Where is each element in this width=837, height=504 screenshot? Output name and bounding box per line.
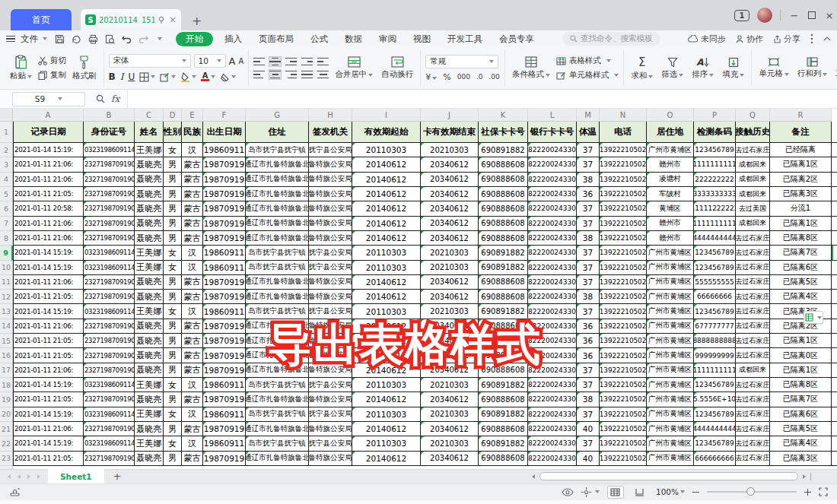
cell[interactable]: 19860911 bbox=[203, 436, 246, 451]
cell[interactable]: 6822200243300 bbox=[528, 231, 577, 246]
cell[interactable]: 13922210502 bbox=[600, 217, 647, 231]
cell[interactable]: 通辽市扎鲁特旗鲁北 bbox=[246, 275, 309, 290]
workspace-badge[interactable]: 1 bbox=[734, 10, 749, 21]
cell[interactable]: 广州市黄埔区 bbox=[647, 275, 694, 290]
cell[interactable]: 690891882 bbox=[479, 143, 528, 157]
merge-center-button[interactable]: 合并居中 bbox=[333, 56, 375, 80]
cell[interactable] bbox=[832, 363, 837, 378]
cell[interactable]: 备注 bbox=[770, 122, 832, 143]
cell[interactable]: 20110303 bbox=[352, 143, 421, 157]
cell[interactable]: 鲁特旗公安局 bbox=[309, 157, 352, 172]
cell[interactable]: 男 bbox=[164, 173, 182, 187]
row-header[interactable]: 1 bbox=[0, 122, 13, 143]
cell[interactable]: 1111111111 bbox=[694, 363, 736, 378]
cell[interactable] bbox=[832, 157, 837, 172]
cell[interactable]: 住址 bbox=[246, 122, 309, 143]
cell[interactable]: 6822200243305 bbox=[528, 407, 577, 422]
cell[interactable]: 汉 bbox=[182, 143, 203, 157]
cell[interactable] bbox=[832, 348, 837, 363]
row-header[interactable]: 7 bbox=[0, 217, 13, 231]
name-box[interactable]: S9 bbox=[12, 92, 85, 106]
cell[interactable]: 通辽市扎鲁特旗鲁北 bbox=[246, 187, 309, 201]
row-header[interactable]: 11 bbox=[0, 275, 13, 290]
cell[interactable] bbox=[832, 173, 837, 187]
cell[interactable]: 666666666 bbox=[694, 452, 736, 466]
cell[interactable]: 6822200243300 bbox=[528, 363, 577, 378]
cell[interactable]: 男 bbox=[164, 231, 182, 246]
cell[interactable]: 通辽市扎鲁特旗鲁北 bbox=[246, 363, 309, 378]
cell[interactable]: 20140612 bbox=[352, 231, 421, 246]
cell[interactable]: 通辽市扎鲁特旗鲁北 bbox=[246, 392, 309, 407]
cell[interactable]: 岛市抚宁县抚宁镇 bbox=[246, 261, 309, 275]
cell[interactable]: 蒙古 bbox=[182, 363, 203, 378]
cell[interactable]: 19870919 bbox=[203, 231, 246, 246]
cell[interactable]: 记录日期 bbox=[13, 122, 84, 143]
cell[interactable]: 20340612 bbox=[421, 157, 479, 172]
cell[interactable]: 2021-01-14 15:19: bbox=[13, 246, 84, 260]
cell[interactable]: 王美娜 bbox=[135, 436, 164, 451]
cell[interactable]: 20140612 bbox=[352, 173, 421, 187]
cell[interactable]: 成都回来 bbox=[736, 187, 770, 201]
cell[interactable] bbox=[832, 187, 837, 201]
export-pdf-icon[interactable] bbox=[72, 34, 81, 44]
cell[interactable]: 6822200243305 bbox=[528, 246, 577, 260]
row-header[interactable]: 21 bbox=[0, 422, 13, 436]
cell[interactable] bbox=[832, 422, 837, 436]
cell[interactable]: 通辽市扎鲁特旗鲁北 bbox=[246, 201, 309, 216]
cell[interactable]: 聂晓亮 bbox=[135, 452, 164, 466]
cell[interactable]: 广州市黄埔区 bbox=[647, 436, 694, 451]
cell[interactable]: 通辽市扎鲁特旗鲁北 bbox=[246, 217, 309, 231]
cell[interactable]: 聂晓亮 bbox=[135, 392, 164, 407]
cell[interactable]: 通辽市扎鲁特旗鲁北 bbox=[246, 334, 309, 348]
cell[interactable]: 19870919 bbox=[203, 319, 246, 334]
cell[interactable]: 20110303 bbox=[352, 407, 421, 422]
cell[interactable]: 男 bbox=[164, 217, 182, 231]
cell[interactable]: 37 bbox=[577, 436, 600, 451]
cell[interactable]: 36 bbox=[577, 334, 600, 348]
cell[interactable]: 690888608 bbox=[479, 217, 528, 231]
cell[interactable]: 岛市抚宁县抚宁镇 bbox=[246, 143, 309, 157]
cell[interactable]: 已隔离2区 bbox=[770, 173, 832, 187]
cell[interactable]: 40 bbox=[577, 452, 600, 466]
cell[interactable]: 13922210502 bbox=[600, 290, 647, 304]
cell[interactable]: 聂晓亮 bbox=[135, 319, 164, 334]
cell[interactable]: 690888608 bbox=[479, 187, 528, 201]
zoom-slider[interactable] bbox=[707, 491, 797, 493]
cell[interactable]: 已隔离6区 bbox=[770, 261, 832, 275]
cell[interactable]: 23271987091900 bbox=[84, 231, 135, 246]
cell[interactable]: 6822200243305 bbox=[528, 378, 577, 392]
align-top-icon[interactable] bbox=[253, 57, 265, 66]
cell[interactable]: 广州市黄埔区 bbox=[647, 290, 694, 304]
close-window-button[interactable]: × bbox=[823, 10, 835, 21]
cell[interactable]: 690888608 bbox=[479, 348, 528, 363]
cell[interactable]: 已隔离7区 bbox=[770, 392, 832, 407]
column-header-L[interactable]: L bbox=[528, 109, 577, 122]
cell[interactable]: 20110303 bbox=[352, 261, 421, 275]
column-header-F[interactable]: F bbox=[203, 109, 246, 122]
more-menu-icon[interactable] bbox=[810, 33, 813, 44]
cell[interactable]: 690891882 bbox=[479, 436, 528, 451]
cell[interactable]: 20140612 bbox=[352, 187, 421, 201]
command-search[interactable]: 查找命令、搜索模板 bbox=[562, 32, 660, 46]
cell[interactable]: 4444444444 bbox=[694, 231, 736, 246]
cell[interactable]: 20140612 bbox=[352, 392, 421, 407]
cell[interactable]: 去过石家庄 bbox=[736, 334, 770, 348]
cell[interactable]: 2021-01-14 15:19: bbox=[13, 378, 84, 392]
cell[interactable] bbox=[832, 392, 837, 407]
cell[interactable]: 汉 bbox=[182, 246, 203, 260]
column-header-O[interactable]: O bbox=[647, 109, 694, 122]
cell[interactable]: 2021-01-11 21:05: bbox=[13, 334, 84, 348]
cell[interactable]: 37 bbox=[577, 378, 600, 392]
cell[interactable]: 2021-01-11 21:05: bbox=[13, 187, 84, 201]
cell[interactable]: 汉 bbox=[182, 304, 203, 319]
cell[interactable]: 赣州市 bbox=[647, 157, 694, 172]
cell[interactable]: 鲁特旗公安局 bbox=[309, 275, 352, 290]
cell[interactable]: 广州市黄埔区 bbox=[647, 392, 694, 407]
cell[interactable]: 出生日期 bbox=[203, 122, 246, 143]
cell[interactable]: 姓名 bbox=[135, 122, 164, 143]
cell[interactable]: 38 bbox=[577, 231, 600, 246]
cell[interactable]: 19870919 bbox=[203, 217, 246, 231]
align-left-icon[interactable] bbox=[253, 70, 265, 79]
cell[interactable]: 690891882 bbox=[479, 378, 528, 392]
cell[interactable]: 聂晓亮 bbox=[135, 348, 164, 363]
